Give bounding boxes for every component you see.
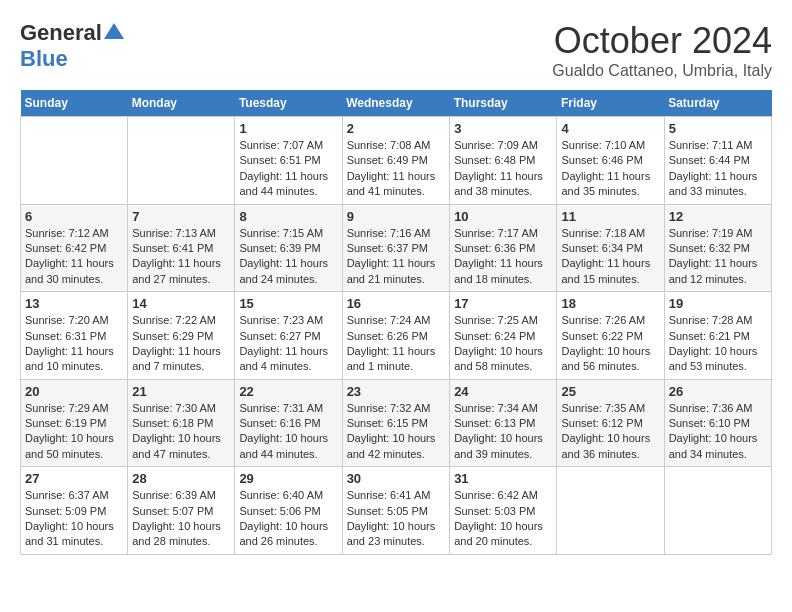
cell-info: Sunset: 6:18 PM: [132, 416, 230, 431]
calendar-cell: 9Sunrise: 7:16 AMSunset: 6:37 PMDaylight…: [342, 204, 450, 292]
logo-general-text: General: [20, 20, 102, 46]
cell-info: Sunrise: 7:08 AM: [347, 138, 446, 153]
calendar-cell: 18Sunrise: 7:26 AMSunset: 6:22 PMDayligh…: [557, 292, 664, 380]
day-number: 22: [239, 384, 337, 399]
cell-info: Sunset: 6:39 PM: [239, 241, 337, 256]
cell-info: Daylight: 11 hours and 10 minutes.: [25, 344, 123, 375]
cell-info: Daylight: 11 hours and 33 minutes.: [669, 169, 767, 200]
day-number: 4: [561, 121, 659, 136]
day-number: 9: [347, 209, 446, 224]
month-title: October 2024: [552, 20, 772, 62]
day-number: 20: [25, 384, 123, 399]
day-number: 28: [132, 471, 230, 486]
cell-info: Sunset: 6:27 PM: [239, 329, 337, 344]
cell-info: Daylight: 10 hours and 39 minutes.: [454, 431, 552, 462]
cell-info: Sunrise: 7:28 AM: [669, 313, 767, 328]
calendar-cell: 6Sunrise: 7:12 AMSunset: 6:42 PMDaylight…: [21, 204, 128, 292]
cell-info: Sunset: 6:34 PM: [561, 241, 659, 256]
calendar-cell: 12Sunrise: 7:19 AMSunset: 6:32 PMDayligh…: [664, 204, 771, 292]
day-header-tuesday: Tuesday: [235, 90, 342, 117]
cell-info: Sunset: 6:26 PM: [347, 329, 446, 344]
calendar-cell: 14Sunrise: 7:22 AMSunset: 6:29 PMDayligh…: [128, 292, 235, 380]
cell-info: Sunrise: 7:32 AM: [347, 401, 446, 416]
day-number: 21: [132, 384, 230, 399]
week-row-2: 6Sunrise: 7:12 AMSunset: 6:42 PMDaylight…: [21, 204, 772, 292]
cell-info: Sunset: 6:46 PM: [561, 153, 659, 168]
calendar-cell: 10Sunrise: 7:17 AMSunset: 6:36 PMDayligh…: [450, 204, 557, 292]
cell-info: Sunset: 6:21 PM: [669, 329, 767, 344]
day-number: 8: [239, 209, 337, 224]
cell-info: Sunset: 6:24 PM: [454, 329, 552, 344]
day-number: 23: [347, 384, 446, 399]
calendar-cell: 25Sunrise: 7:35 AMSunset: 6:12 PMDayligh…: [557, 379, 664, 467]
calendar-cell: 16Sunrise: 7:24 AMSunset: 6:26 PMDayligh…: [342, 292, 450, 380]
cell-info: Daylight: 10 hours and 36 minutes.: [561, 431, 659, 462]
cell-info: Sunset: 6:36 PM: [454, 241, 552, 256]
calendar-cell: 31Sunrise: 6:42 AMSunset: 5:03 PMDayligh…: [450, 467, 557, 555]
calendar-cell: 5Sunrise: 7:11 AMSunset: 6:44 PMDaylight…: [664, 117, 771, 205]
logo-icon: [104, 21, 124, 41]
cell-info: Daylight: 10 hours and 23 minutes.: [347, 519, 446, 550]
cell-info: Sunrise: 7:24 AM: [347, 313, 446, 328]
day-header-thursday: Thursday: [450, 90, 557, 117]
cell-info: Sunrise: 6:37 AM: [25, 488, 123, 503]
cell-info: Daylight: 11 hours and 1 minute.: [347, 344, 446, 375]
cell-info: Sunrise: 7:20 AM: [25, 313, 123, 328]
calendar-cell: 7Sunrise: 7:13 AMSunset: 6:41 PMDaylight…: [128, 204, 235, 292]
cell-info: Sunset: 6:42 PM: [25, 241, 123, 256]
day-header-monday: Monday: [128, 90, 235, 117]
calendar-cell: 23Sunrise: 7:32 AMSunset: 6:15 PMDayligh…: [342, 379, 450, 467]
day-number: 27: [25, 471, 123, 486]
cell-info: Daylight: 11 hours and 38 minutes.: [454, 169, 552, 200]
week-row-5: 27Sunrise: 6:37 AMSunset: 5:09 PMDayligh…: [21, 467, 772, 555]
svg-marker-0: [104, 23, 124, 39]
day-number: 30: [347, 471, 446, 486]
title-area: October 2024 Gualdo Cattaneo, Umbria, It…: [552, 20, 772, 80]
cell-info: Sunset: 6:44 PM: [669, 153, 767, 168]
cell-info: Sunrise: 7:11 AM: [669, 138, 767, 153]
calendar-cell: 29Sunrise: 6:40 AMSunset: 5:06 PMDayligh…: [235, 467, 342, 555]
cell-info: Sunset: 5:09 PM: [25, 504, 123, 519]
day-number: 25: [561, 384, 659, 399]
cell-info: Daylight: 11 hours and 30 minutes.: [25, 256, 123, 287]
cell-info: Sunrise: 7:26 AM: [561, 313, 659, 328]
calendar-cell: [557, 467, 664, 555]
cell-info: Daylight: 10 hours and 28 minutes.: [132, 519, 230, 550]
cell-info: Sunset: 6:41 PM: [132, 241, 230, 256]
cell-info: Sunrise: 7:17 AM: [454, 226, 552, 241]
day-number: 2: [347, 121, 446, 136]
day-number: 15: [239, 296, 337, 311]
calendar-cell: 21Sunrise: 7:30 AMSunset: 6:18 PMDayligh…: [128, 379, 235, 467]
cell-info: Daylight: 11 hours and 18 minutes.: [454, 256, 552, 287]
cell-info: Daylight: 10 hours and 53 minutes.: [669, 344, 767, 375]
cell-info: Sunrise: 7:23 AM: [239, 313, 337, 328]
cell-info: Sunrise: 7:35 AM: [561, 401, 659, 416]
week-row-3: 13Sunrise: 7:20 AMSunset: 6:31 PMDayligh…: [21, 292, 772, 380]
cell-info: Sunrise: 7:07 AM: [239, 138, 337, 153]
cell-info: Sunset: 5:03 PM: [454, 504, 552, 519]
cell-info: Daylight: 10 hours and 42 minutes.: [347, 431, 446, 462]
cell-info: Sunrise: 7:25 AM: [454, 313, 552, 328]
calendar-cell: 30Sunrise: 6:41 AMSunset: 5:05 PMDayligh…: [342, 467, 450, 555]
calendar-cell: 2Sunrise: 7:08 AMSunset: 6:49 PMDaylight…: [342, 117, 450, 205]
day-number: 7: [132, 209, 230, 224]
week-row-4: 20Sunrise: 7:29 AMSunset: 6:19 PMDayligh…: [21, 379, 772, 467]
cell-info: Sunset: 6:12 PM: [561, 416, 659, 431]
calendar-cell: [128, 117, 235, 205]
cell-info: Sunrise: 7:34 AM: [454, 401, 552, 416]
header-row: SundayMondayTuesdayWednesdayThursdayFrid…: [21, 90, 772, 117]
cell-info: Daylight: 10 hours and 47 minutes.: [132, 431, 230, 462]
cell-info: Sunrise: 7:30 AM: [132, 401, 230, 416]
cell-info: Sunset: 5:06 PM: [239, 504, 337, 519]
cell-info: Daylight: 11 hours and 24 minutes.: [239, 256, 337, 287]
day-header-saturday: Saturday: [664, 90, 771, 117]
day-number: 26: [669, 384, 767, 399]
cell-info: Sunrise: 7:19 AM: [669, 226, 767, 241]
cell-info: Daylight: 11 hours and 35 minutes.: [561, 169, 659, 200]
cell-info: Sunrise: 7:13 AM: [132, 226, 230, 241]
cell-info: Daylight: 11 hours and 15 minutes.: [561, 256, 659, 287]
cell-info: Sunrise: 7:29 AM: [25, 401, 123, 416]
day-number: 24: [454, 384, 552, 399]
cell-info: Sunrise: 6:42 AM: [454, 488, 552, 503]
cell-info: Sunset: 6:10 PM: [669, 416, 767, 431]
